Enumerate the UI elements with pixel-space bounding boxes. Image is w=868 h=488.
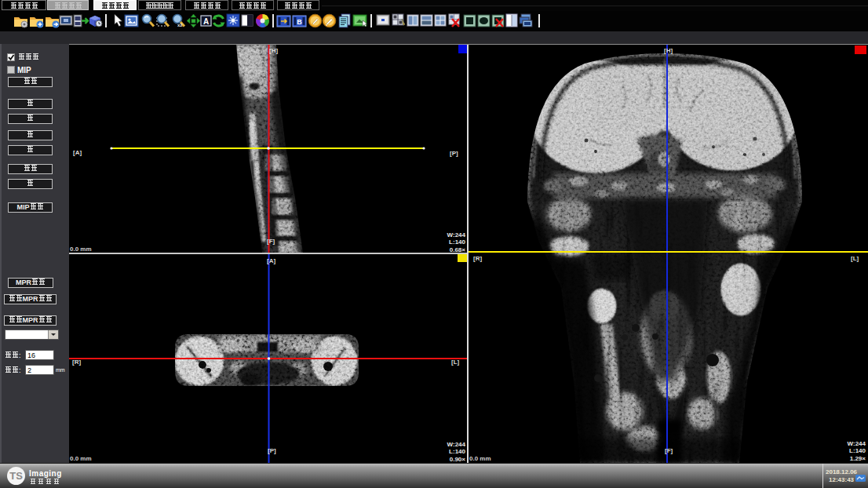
svg-text:B: B [297, 18, 302, 26]
svg-text:A: A [203, 17, 209, 26]
svg-text:x2: x2 [177, 23, 183, 27]
